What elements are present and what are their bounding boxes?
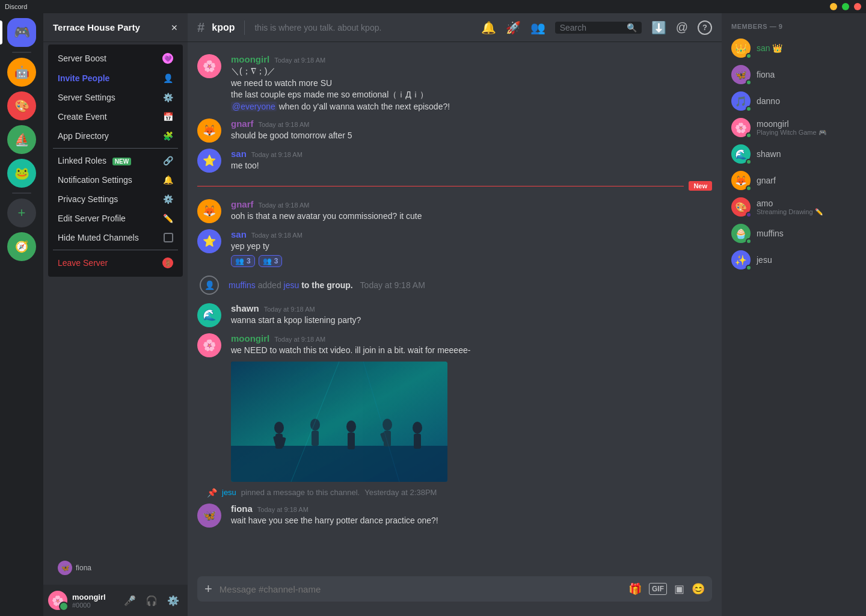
reaction-count-1: 3	[247, 257, 251, 265]
user-settings-button[interactable]: ⚙️	[164, 591, 183, 610]
svg-rect-14	[414, 434, 421, 449]
message-content: moongirl Today at 9:18 AM ＼(；∇；)／ we nee…	[231, 54, 712, 112]
muted-channels-checkbox[interactable]	[164, 233, 173, 242]
search-bar[interactable]: Search 🔍	[555, 22, 642, 34]
member-item[interactable]: 🌸 moongirl Playing Witch Game 🎮	[726, 114, 861, 141]
avatar: 🌸	[731, 118, 751, 137]
settings-icon: ⚙️	[163, 93, 173, 102]
dropdown-notification-settings[interactable]: Notification Settings 🔔	[53, 170, 178, 189]
create-event-label: Create Event	[58, 112, 107, 122]
boost-badge: 💜	[162, 53, 173, 64]
header-icons: 🔔 🚀 👥 Search 🔍 ⬇️ @ ?	[481, 20, 712, 35]
headphones-button[interactable]: 🎧	[142, 591, 161, 610]
svg-rect-7	[312, 431, 319, 446]
message-author: fiona	[231, 504, 253, 514]
fiona-name-typing: fiona	[76, 564, 91, 572]
notification-settings-label: Notification Settings	[58, 175, 132, 185]
video-embed[interactable]: ▶	[231, 362, 447, 482]
dropdown-invite-people[interactable]: Invite People 👤	[53, 69, 178, 88]
message-header: shawn Today at 9:18 AM	[231, 303, 712, 313]
add-server-button[interactable]: +	[7, 199, 36, 227]
message-input[interactable]	[220, 578, 621, 601]
server-icon-3[interactable]: ⛵	[7, 125, 36, 154]
server-icon-1[interactable]: 🤖	[7, 58, 36, 87]
online-status-dot	[746, 106, 752, 112]
dropdown-edit-server-profile[interactable]: Edit Server Profile ✏️	[53, 209, 178, 228]
main-content: # kpop this is where you talk. about kpo…	[188, 13, 722, 616]
mention-header-icon[interactable]: @	[676, 20, 688, 34]
edit-icon: ✏️	[163, 214, 173, 223]
pin-notice: 📌 jesu pinned a message to this channel.…	[188, 485, 722, 500]
member-item[interactable]: ✨ jesu	[726, 247, 861, 273]
playing-status-dot	[746, 132, 752, 138]
maximize-button[interactable]: □	[842, 3, 849, 10]
server-rail: 🎮 🤖 🎨 ⛵ 🐸 + 🧭	[0, 13, 43, 616]
message-content: shawn Today at 9:18 AM wanna start a kpo…	[231, 303, 712, 327]
member-name: fiona	[757, 70, 775, 79]
online-status-dot	[746, 265, 752, 271]
avatar: 🎵	[731, 91, 751, 111]
current-user-avatar: 🌸	[48, 591, 67, 610]
member-name: jesu	[757, 255, 772, 265]
message-content: moongirl Today at 9:18 AM we NEED to wat…	[231, 333, 712, 482]
channel-hash-icon: #	[197, 20, 204, 35]
current-user-name: moongirl	[72, 593, 115, 602]
members-section-title: MEMBERS — 9	[726, 23, 861, 30]
svg-rect-1	[231, 446, 447, 482]
message-add-button[interactable]: +	[204, 576, 212, 602]
hide-muted-channels-label: Hide Muted Channels	[58, 233, 139, 242]
avatar: ✨	[731, 250, 751, 270]
dropdown-hide-muted-channels[interactable]: Hide Muted Channels	[53, 228, 178, 247]
member-item[interactable]: 🦊 gnarf	[726, 167, 861, 194]
emoji-icon[interactable]: 😊	[692, 582, 705, 596]
member-item[interactable]: 🧁 muffins	[726, 220, 861, 247]
boost-header-icon[interactable]: 🚀	[506, 20, 521, 35]
apps-icon[interactable]: ▣	[674, 582, 684, 596]
members-header-icon[interactable]: 👥	[530, 20, 545, 35]
reaction-1[interactable]: 👥 3	[231, 255, 255, 267]
microphone-button[interactable]: 🎤	[120, 591, 140, 610]
message-timestamp: Today at 9:18 AM	[259, 202, 310, 209]
explore-servers[interactable]: 🧭	[7, 232, 36, 261]
member-item[interactable]: 🎨 amo Streaming Drawing ✏️	[726, 194, 861, 220]
close-button[interactable]: ×	[854, 3, 861, 10]
member-name: amo	[757, 199, 823, 208]
avatar: 🦊	[731, 171, 751, 190]
dropdown-app-directory[interactable]: App Directory 🧩	[53, 126, 178, 146]
dropdown-leave-server[interactable]: Leave Server 🚪	[53, 253, 178, 273]
edit-server-profile-label: Edit Server Profile	[58, 214, 126, 223]
server-icon-discord[interactable]: 🎮	[7, 18, 36, 47]
help-header-icon[interactable]: ?	[698, 20, 712, 35]
dropdown-server-settings[interactable]: Server Settings ⚙️	[53, 88, 178, 107]
system-timestamp: Today at 9:18 AM	[360, 280, 425, 290]
member-item[interactable]: 🦋 fiona	[726, 61, 861, 88]
gif-icon[interactable]: GIF	[649, 583, 667, 595]
gift-icon[interactable]: 🎁	[628, 582, 642, 596]
message-timestamp: Today at 9:18 AM	[274, 57, 325, 64]
download-header-icon[interactable]: ⬇️	[651, 20, 666, 35]
messages-area: 🌸 moongirl Today at 9:18 AM ＼(；∇；)／ we n…	[188, 42, 722, 576]
dropdown-linked-roles[interactable]: Linked Roles NEW 🔗	[53, 151, 178, 170]
channel-header: # kpop this is where you talk. about kpo…	[188, 13, 722, 42]
reaction-emoji-1: 👥	[235, 257, 244, 265]
server-icon-2[interactable]: 🎨	[7, 91, 36, 120]
dropdown-server-boost[interactable]: Server Boost 💜	[53, 48, 178, 69]
message-content: gnarf Today at 9:18 AM ooh is that a new…	[231, 199, 712, 223]
svg-point-2	[274, 422, 284, 434]
bell-header-icon[interactable]: 🔔	[481, 20, 496, 35]
member-item[interactable]: 🎵 danno	[726, 88, 861, 114]
dropdown-create-event[interactable]: Create Event 📅	[53, 107, 178, 126]
member-item[interactable]: 🌊 shawn	[726, 141, 861, 167]
minimize-button[interactable]: −	[830, 3, 837, 10]
avatar: 🦊	[197, 119, 221, 143]
system-icon: 👤	[197, 273, 221, 297]
dropdown-privacy-settings[interactable]: Privacy Settings ⚙️	[53, 189, 178, 209]
reaction-2[interactable]: 👥 3	[259, 255, 283, 267]
member-item[interactable]: 👑 san 👑	[726, 35, 861, 61]
message-header: moongirl Today at 9:18 AM	[231, 54, 712, 64]
server-icon-4[interactable]: 🐸	[7, 159, 36, 188]
message-header: gnarf Today at 9:18 AM	[231, 199, 712, 209]
user-controls: 🎤 🎧 ⚙️	[120, 591, 183, 610]
server-header[interactable]: Terrace House Party ✕	[43, 13, 188, 42]
fiona-avatar-small: 🦋	[58, 561, 72, 575]
